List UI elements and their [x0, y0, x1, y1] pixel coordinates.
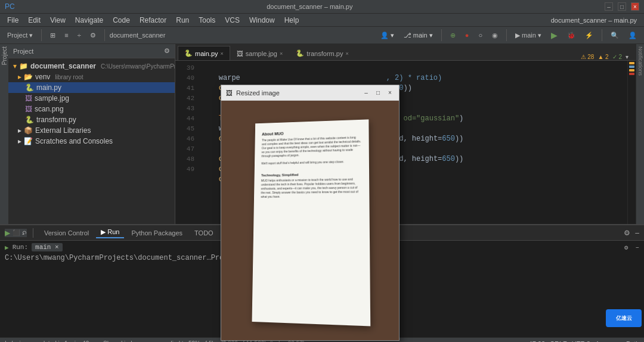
run-icon[interactable]: ▶: [5, 229, 10, 237]
git-btn[interactable]: 👤 ▾: [377, 30, 398, 41]
title-bar: PC document_scanner – main.py – □ ×: [0, 0, 644, 13]
status-encoding[interactable]: UTF-8: [572, 340, 590, 343]
right-sidebar: Notifications: [636, 44, 644, 224]
status-position[interactable]: 47:22: [529, 340, 546, 343]
vcs-icon-3[interactable]: ○: [475, 30, 486, 40]
run-settings-icon[interactable]: ⚙: [624, 244, 628, 251]
sidebar-project-label[interactable]: Project: [1, 46, 8, 65]
bottom-left-controls: ▶ ⬛ ↺: [5, 229, 27, 237]
toolbar-btn-2[interactable]: ≡: [61, 30, 72, 40]
toolbar: Project ▾ ⊞ ≡ ÷ ⚙ document_scanner 👤 ▾ ⎇…: [0, 26, 644, 44]
tab-main-py[interactable]: 🐍 main.py ×: [178, 46, 230, 60]
menu-window[interactable]: Window: [244, 15, 280, 26]
checks-badge: ✓ 2: [612, 54, 622, 60]
status-spaces[interactable]: 4 spaces: [595, 340, 621, 343]
tree-sample-jpg[interactable]: 🖼 sample.jpg: [8, 93, 175, 104]
menu-help[interactable]: Help: [280, 15, 304, 26]
doc-note-text: We'll report stuff that's helpful and wi…: [261, 160, 361, 166]
toolbar-btn-1[interactable]: ⊞: [47, 30, 59, 41]
menu-code[interactable]: Code: [108, 15, 135, 26]
tree-transform-py[interactable]: 🐍 transform.py: [8, 114, 175, 125]
tab-sample-jpg-close[interactable]: ×: [280, 51, 283, 57]
menu-tools[interactable]: Tools: [194, 15, 220, 26]
menu-edit[interactable]: Edit: [23, 15, 45, 26]
menu-file[interactable]: File: [2, 15, 23, 26]
tab-main-py-close[interactable]: ×: [221, 51, 224, 57]
branch-btn[interactable]: ⎇ main ▾: [400, 30, 436, 41]
rerun-icon[interactable]: ↺: [22, 229, 27, 236]
status-crlf[interactable]: CRLF: [550, 340, 567, 343]
breadcrumb-project: document_scanner: [110, 32, 166, 39]
float-close-btn[interactable]: ×: [386, 89, 394, 97]
bottom-settings-icon[interactable]: ⚙: [624, 229, 630, 237]
bottom-tab-todo[interactable]: TODO: [190, 228, 218, 238]
settings-toolbar-btn[interactable]: ⚙: [86, 30, 100, 41]
tab-transform-py-close[interactable]: ×: [345, 51, 348, 57]
bottom-tab-version-control[interactable]: Version Control: [39, 228, 94, 238]
sample-jpg-icon: 🖼: [25, 94, 32, 102]
menu-refactor[interactable]: Refactor: [135, 15, 171, 26]
yiyun-logo: 亿速云: [606, 309, 642, 327]
float-maximize-btn[interactable]: □: [374, 89, 382, 97]
alerts-dropdown[interactable]: ▾: [626, 54, 628, 60]
run-config-btn[interactable]: ▶ main ▾: [512, 30, 545, 41]
tree-scan-png[interactable]: 🖼 scan.png: [8, 104, 175, 114]
project-dropdown[interactable]: Project ▾: [4, 30, 36, 41]
right-gutter: [627, 61, 636, 224]
status-python[interactable]: Pyth: [626, 340, 639, 343]
close-btn[interactable]: ×: [631, 2, 639, 11]
vcs-icon-2[interactable]: ●: [462, 30, 473, 40]
ext-libs-icon: 📦: [24, 126, 33, 135]
menu-run[interactable]: Run: [171, 15, 194, 26]
right-sidebar-label[interactable]: Notifications: [637, 46, 643, 76]
run-collapse-icon[interactable]: –: [635, 244, 639, 251]
run-btn[interactable]: ▶: [547, 29, 561, 41]
float-title-left: 🖼 Resized image: [226, 89, 280, 97]
tab-sample-jpg-icon: 🖼: [237, 50, 243, 57]
minimize-btn[interactable]: –: [605, 2, 613, 11]
venv-name: venv: [35, 73, 50, 81]
tree-venv[interactable]: ▸ 📂 venv library root: [8, 71, 175, 82]
ext-libs-arrow: ▸: [18, 126, 21, 135]
bottom-tab-packages[interactable]: Python Packages: [126, 228, 187, 238]
gutter-mark-4: [629, 73, 634, 75]
avatar-btn[interactable]: 👤: [625, 30, 640, 41]
tab-sample-jpg-label: sample.jpg: [246, 50, 277, 57]
tree-scratches[interactable]: ▸ 📝 Scratches and Consoles: [8, 136, 175, 147]
tab-sample-jpg[interactable]: 🖼 sample.jpg ×: [230, 46, 289, 60]
menu-navigate[interactable]: Navigate: [70, 15, 108, 26]
menu-vcs[interactable]: VCS: [220, 15, 244, 26]
vcs-icon-4[interactable]: ◉: [488, 30, 501, 41]
tree-main-py[interactable]: 🐍 main.py: [8, 82, 175, 93]
root-name: document_scanner: [30, 62, 96, 70]
sample-jpg-name: sample.jpg: [35, 94, 69, 102]
float-title-bar: 🖼 Resized image – □ ×: [221, 85, 399, 101]
vcs-icon-1[interactable]: ⊕: [447, 30, 459, 41]
menu-view[interactable]: View: [45, 15, 70, 26]
panel-settings-icon[interactable]: ⚙: [164, 47, 170, 55]
bottom-collapse-icon[interactable]: –: [635, 229, 639, 237]
run-coverage-btn[interactable]: ⚡: [581, 30, 597, 41]
debug-btn[interactable]: 🐞: [564, 30, 579, 41]
root-path: C:\Users\mwang\PycharmProjects: [101, 63, 175, 70]
gutter-mark-2: [629, 66, 634, 68]
breadcrumb: document_scanner: [110, 32, 166, 39]
tree-root[interactable]: ▾ 📁 document_scanner C:\Users\mwang\Pych…: [8, 61, 175, 71]
toolbar-btn-3[interactable]: ÷: [74, 30, 85, 40]
main-tab-label[interactable]: main ×: [32, 243, 63, 251]
float-minimize-btn[interactable]: –: [362, 89, 370, 97]
tree-external-libs[interactable]: ▸ 📦 External Libraries: [8, 125, 175, 136]
scan-png-icon: 🖼: [25, 105, 32, 113]
float-window-title: Resized image: [236, 89, 280, 97]
bottom-tab-run[interactable]: ▶ Run: [96, 227, 124, 238]
project-panel: Project ⚙ ▾ 📁 document_scanner C:\Users\…: [8, 44, 175, 224]
transform-py-name: transform.py: [36, 116, 76, 124]
maximize-btn[interactable]: □: [618, 2, 626, 11]
tab-transform-py[interactable]: 🐍 transform.py ×: [289, 46, 355, 60]
gutter-mark-1: [629, 62, 634, 64]
bottom-tab-sep: [33, 228, 33, 238]
stop-icon[interactable]: ⬛: [13, 229, 20, 236]
toolbar-sep-1: [41, 29, 42, 41]
root-folder-icon: ▾: [13, 62, 17, 70]
search-btn[interactable]: 🔍: [607, 30, 623, 41]
